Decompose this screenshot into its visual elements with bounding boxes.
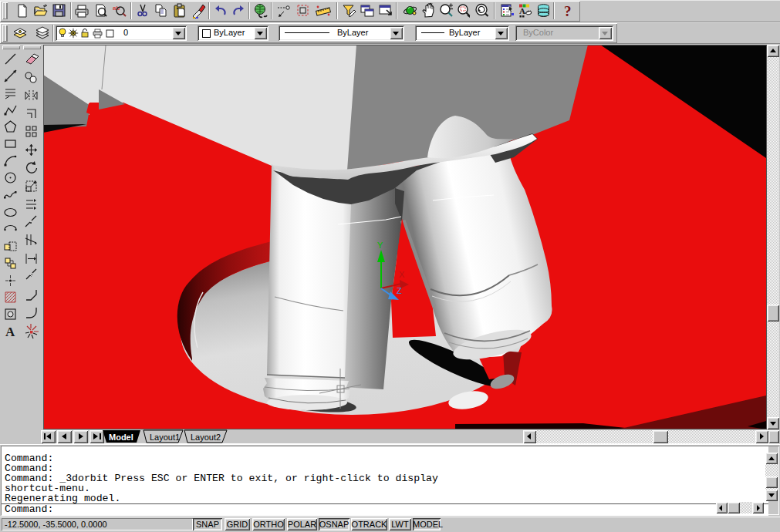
svg-text:Layout2: Layout2 [191,433,221,442]
svg-text:X: X [399,270,405,279]
svg-text:A: A [519,6,525,15]
svg-text:Z: Z [397,286,402,295]
svg-text:A: A [5,325,15,339]
svg-text:Y: Y [377,241,383,250]
svg-text:Model: Model [109,433,133,442]
svg-text:?: ? [564,3,572,19]
svg-text:Layout1: Layout1 [150,433,180,442]
